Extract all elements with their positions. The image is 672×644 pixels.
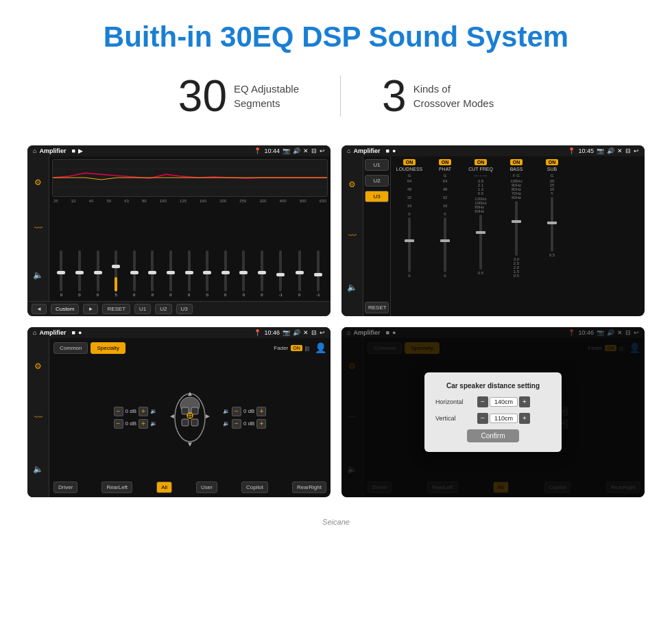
person-icon: 👤 [315, 342, 326, 353]
fader-bars-icon: ||| [305, 345, 309, 351]
cr-filter-icon[interactable]: ⚙ [348, 180, 356, 189]
slider-0[interactable]: 0 [60, 250, 62, 297]
slider-12[interactable]: -1 [279, 250, 283, 297]
sp-vol-side-icon[interactable]: 🔈 [33, 464, 43, 474]
slider-1[interactable]: 0 [78, 250, 81, 297]
cr-wave-icon[interactable]: 〰 [348, 231, 357, 241]
sub-on[interactable]: ON [546, 159, 559, 165]
common-button[interactable]: Common [53, 342, 88, 354]
eq-filter-icon[interactable]: ⚙ [34, 178, 42, 187]
vol-rr-value: 0 dB [243, 420, 254, 427]
eq-u1-button[interactable]: U1 [134, 304, 151, 314]
horizontal-stepper[interactable]: − 140cm + [477, 396, 530, 407]
eq-vol-icon[interactable]: 🔈 [33, 270, 43, 280]
slider-14[interactable]: -1 [316, 250, 320, 297]
u1-button[interactable]: U1 [365, 159, 389, 171]
cr-win-icon: ⊟ [625, 147, 631, 154]
sp-bottom-buttons: Driver RearLeft All User Copilot RearRig… [53, 481, 326, 493]
eq-next-button[interactable]: ► [83, 304, 98, 314]
cr-reset-button[interactable]: RESET [365, 302, 389, 313]
user-button[interactable]: User [196, 481, 217, 493]
eq-play-icon: ▶ [78, 147, 83, 154]
loudness-on[interactable]: ON [403, 159, 416, 165]
sp-dot-icon: ● [78, 329, 82, 336]
u3-button[interactable]: U3 [365, 191, 389, 202]
slider-2[interactable]: 0 [97, 250, 99, 297]
crossover-number: 3 [382, 74, 407, 118]
rearleft-button[interactable]: RearLeft [101, 481, 132, 493]
eq-record-icon: ■ [71, 147, 75, 154]
specialty-status-bar: ⌂ Amplifier ■ ● 📍 10:46 📷 🔊 ✕ ⊟ ↩ [27, 327, 331, 338]
horizontal-plus-button[interactable]: + [519, 396, 530, 407]
eq-sliders-area: 0 0 0 5 [52, 205, 328, 298]
eq-close-icon: ✕ [303, 147, 309, 154]
slider-10[interactable]: 0 [242, 250, 245, 297]
crossover-label: Kinds of Crossover Modes [413, 82, 494, 110]
crossover-channels: ON LOUDNESS G 644832160 0 ON PHAT [391, 156, 645, 316]
vertical-minus-button[interactable]: − [477, 413, 488, 424]
vol-rl-minus[interactable]: − [114, 419, 123, 429]
vol-fr-minus[interactable]: − [232, 407, 241, 416]
horizontal-minus-button[interactable]: − [477, 396, 488, 407]
eq-custom-button[interactable]: Custom [51, 304, 80, 314]
horizontal-row: Horizontal − 140cm + [435, 396, 551, 407]
vol-rl-plus[interactable]: + [139, 419, 148, 429]
eq-freq-labels: 2532 4050 6380 100125 160200 250320 4005… [52, 199, 328, 203]
vertical-label: Vertical [435, 415, 473, 422]
sp-filter-icon[interactable]: ⚙ [34, 361, 42, 371]
slider-5[interactable]: 0 [151, 250, 154, 297]
slider-4[interactable]: 0 [133, 250, 136, 297]
slider-8[interactable]: 0 [206, 250, 208, 297]
slider-6[interactable]: 0 [169, 250, 172, 297]
vol-rr-plus[interactable]: + [256, 419, 266, 429]
eq-wave-icon[interactable]: 〰 [34, 224, 43, 233]
vol-fr-plus[interactable]: + [256, 407, 266, 416]
sp-speaker-rl-icon: 🔉 [150, 420, 157, 427]
slider-9[interactable]: 0 [224, 250, 227, 297]
cr-app-name: Amplifier [353, 147, 380, 154]
eq-stat: 30 EQ Adjustable Segments [137, 74, 340, 118]
all-button[interactable]: All [156, 481, 172, 493]
dialog-screen: ⌂ Amplifier ■ ● 📍 10:46 📷 🔊 ✕ ⊟ ↩ ⚙ 〰 🔈 [341, 327, 645, 498]
u2-button[interactable]: U2 [365, 175, 389, 187]
fader-label: Fader ON ||| [274, 345, 309, 351]
specialty-tab-button[interactable]: Specialty [91, 342, 125, 354]
slider-13[interactable]: 0 [298, 250, 301, 297]
eq-reset-button[interactable]: RESET [102, 304, 130, 314]
eq-bottom-bar: ◄ Custom ► RESET U1 U2 U3 [27, 301, 331, 316]
slider-11[interactable]: 0 [261, 250, 263, 297]
vertical-stepper[interactable]: − 110cm + [477, 413, 530, 424]
eq-u2-button[interactable]: U2 [155, 304, 171, 314]
vol-fl-minus[interactable]: − [114, 407, 123, 416]
copilot-button[interactable]: Copilot [241, 481, 268, 493]
eq-number: 30 [178, 74, 227, 118]
eq-back-icon: ↩ [320, 147, 325, 154]
slider-7[interactable]: 0 [188, 250, 191, 297]
eq-u3-button[interactable]: U3 [176, 304, 193, 314]
vertical-value: 110cm [490, 414, 518, 423]
sp-time: 10:46 [264, 329, 280, 336]
sp-rec-icon: ■ [71, 329, 75, 336]
slider-3[interactable]: 5 [115, 250, 117, 297]
fader-on-badge: ON [291, 345, 302, 351]
vertical-plus-button[interactable]: + [519, 413, 530, 424]
eq-app-name: Amplifier [39, 147, 66, 154]
eq-status-bar: ⌂ Amplifier ■ ▶ 📍 10:44 📷 🔊 ✕ ⊟ ↩ [27, 145, 331, 156]
bass-on[interactable]: ON [510, 159, 523, 165]
phat-on[interactable]: ON [439, 159, 452, 165]
ch-sub: ON SUB G 2015105 0.5 [535, 159, 569, 313]
eq-prev-button[interactable]: ◄ [32, 304, 47, 314]
cr-home-icon: ⌂ [347, 147, 350, 154]
rearright-button[interactable]: RearRight [292, 481, 326, 493]
driver-button[interactable]: Driver [53, 481, 77, 493]
vol-rr-minus[interactable]: − [232, 419, 241, 429]
vol-fr-value: 0 dB [243, 408, 254, 414]
sp-wave-icon[interactable]: 〰 [34, 413, 43, 422]
cr-vol-side-icon[interactable]: 🔈 [347, 283, 357, 292]
eq-graph [52, 159, 328, 197]
ch-loudness: ON LOUDNESS G 644832160 0 [392, 159, 427, 313]
cutfreq-on[interactable]: ON [475, 159, 488, 165]
confirm-button[interactable]: Confirm [467, 429, 518, 442]
vol-fl-plus[interactable]: + [139, 407, 148, 416]
cr-cam-icon: 📷 [597, 147, 604, 154]
